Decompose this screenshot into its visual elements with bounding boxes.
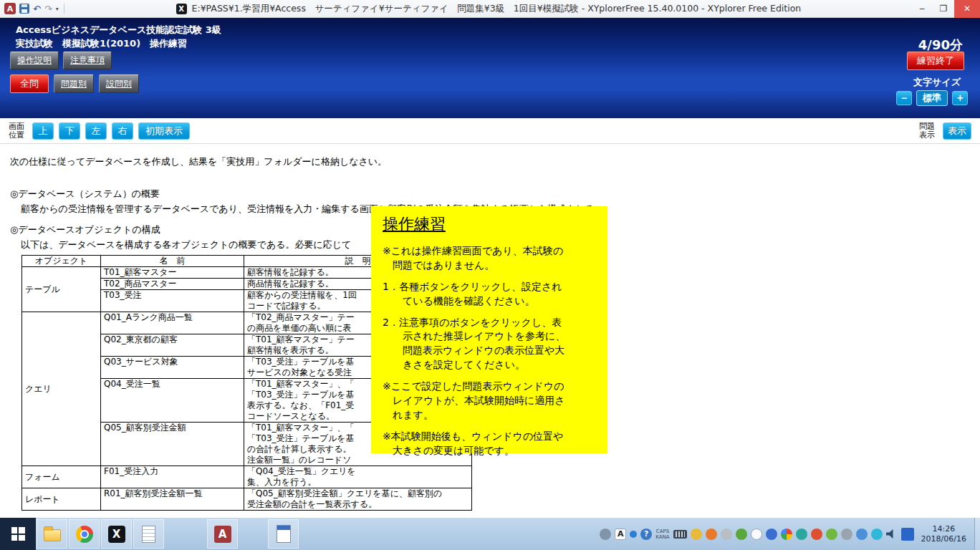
caps-kana-indicator[interactable]: CAPS KANA: [655, 529, 669, 540]
tray-icon-green2[interactable]: [826, 529, 837, 540]
note-text: ここで設定した問題表示ウィンドウのレイアウトが、本試験開始時に適用されます。: [391, 380, 565, 420]
tray-icon-white[interactable]: [751, 529, 762, 540]
redo-icon: ↷: [44, 4, 52, 14]
clock-date: 2018/06/16: [921, 534, 966, 544]
tray-icon-cyan[interactable]: [871, 529, 883, 540]
taskbar-notepad[interactable]: [133, 519, 164, 549]
taskbar-chrome[interactable]: [69, 519, 100, 549]
font-standard-button[interactable]: 標準: [916, 90, 948, 106]
system-tray: A ? CAPS KANA 14:26 20: [600, 518, 980, 550]
chrome-icon: [76, 526, 93, 543]
desc-cell: 「Q05_顧客別受注金額」クエリを基に、顧客別の 受注金額の合計を一覧表示する。: [244, 488, 472, 511]
tray-icon-red[interactable]: [811, 529, 822, 540]
header-button-row-2: 全問 問題別 設問別: [10, 74, 139, 93]
name-cell: T02_商品マスター: [101, 279, 244, 290]
notes-button[interactable]: 注意事項: [63, 52, 112, 69]
col-header-object: オブジェクト: [22, 256, 101, 267]
desktop-screen: A ↶ ↷ ▾ X E:¥PASS¥1.学習用¥Access サーティファイ¥サ…: [0, 0, 980, 550]
practice-notice-panel: 操作練習 ※これは操作練習画面であり、本試験の問題ではありません。 1．各種ボタ…: [371, 206, 607, 453]
tray-icon-blue[interactable]: [766, 529, 777, 540]
tray-icon-blue2[interactable]: [856, 529, 868, 540]
header-button-row-1: 操作説明 注意事項: [10, 52, 112, 69]
access-app-icon[interactable]: A: [4, 3, 16, 14]
by-question-button[interactable]: 問題別: [54, 74, 94, 93]
col-header-name: 名 前: [101, 256, 244, 267]
note-marker: ※: [383, 380, 391, 392]
exam-title: Accessビジネスデータベース技能認定試験 3級: [16, 24, 221, 37]
taskbar-document-app[interactable]: [268, 519, 299, 549]
chevron-down-icon[interactable]: ▾: [56, 6, 59, 12]
move-left-button[interactable]: 左: [85, 122, 107, 140]
save-icon[interactable]: [19, 4, 29, 14]
tray-icon-multicolor[interactable]: [781, 529, 792, 540]
close-button[interactable]: ✕: [954, 0, 980, 18]
note-text: 本試験開始後も、ウィンドウの位置や大きさの変更は可能です。: [391, 430, 564, 456]
name-cell: Q04_受注一覧: [101, 379, 244, 423]
window-controls: – ❐ ✕: [911, 0, 980, 18]
practice-note: ※ここで設定した問題表示ウィンドウのレイアウトが、本試験開始時に適用されます。: [383, 380, 568, 423]
status-dot-icon[interactable]: [630, 531, 637, 538]
font-size-controls: − 標準 ＋: [896, 90, 968, 106]
name-cell: T03_受注: [101, 290, 244, 312]
ime-language-icon[interactable]: [901, 528, 914, 541]
all-questions-button[interactable]: 全問: [10, 74, 49, 93]
keyboard-icon[interactable]: [673, 530, 687, 539]
step-marker: 2．: [383, 317, 399, 328]
tray-icon-green[interactable]: [736, 529, 747, 540]
kana-label: KANA: [655, 534, 669, 540]
maximize-button[interactable]: ❐: [933, 0, 954, 18]
tray-icon-teal[interactable]: [796, 529, 807, 540]
folder-icon: [44, 529, 61, 541]
taskbar-access[interactable]: A: [207, 519, 238, 549]
taskbar-clock[interactable]: 14:26 2018/06/16: [921, 524, 966, 544]
note-marker: ※: [383, 430, 391, 442]
tray-icon-gold[interactable]: [691, 529, 702, 540]
note-marker: ※: [383, 245, 391, 256]
help-icon[interactable]: ?: [640, 529, 652, 540]
end-practice-button[interactable]: 練習終了: [907, 52, 964, 70]
minimize-button[interactable]: –: [911, 0, 933, 18]
start-button[interactable]: [0, 518, 36, 550]
notepad-icon: [142, 526, 155, 543]
font-size-label: 文字サイズ: [913, 76, 961, 89]
undo-icon[interactable]: ↶: [33, 4, 41, 14]
cloud-icon[interactable]: [600, 529, 611, 540]
note-text: これは操作練習画面であり、本試験の問題ではありません。: [391, 245, 563, 271]
ime-mode-icon[interactable]: A: [615, 529, 626, 540]
practice-panel-title: 操作練習: [383, 213, 568, 235]
document-icon: [277, 525, 291, 543]
move-down-button[interactable]: 下: [59, 122, 80, 140]
tray-icon-silver[interactable]: [721, 529, 732, 540]
exam-header: Accessビジネスデータベース技能認定試験 3級 実技試験 模擬試験1(201…: [0, 18, 980, 118]
taskbar: X A A ? CAPS KANA: [0, 518, 980, 550]
clock-time: 14:26: [921, 524, 966, 534]
taskbar-file-explorer[interactable]: [37, 519, 67, 549]
step-text: 各種ボタンをクリックし、設定されている機能を確認ください。: [399, 281, 562, 307]
tray-icon-orange[interactable]: [706, 529, 717, 540]
initial-display-button[interactable]: 初期表示: [138, 122, 190, 140]
by-subquestion-button[interactable]: 設問別: [99, 74, 139, 93]
show-question-button[interactable]: 表示: [943, 122, 971, 140]
category-cell: テーブル: [22, 267, 101, 312]
step-text: 注意事項のボタンをクリックし、表示された推奨レイアウトを参考に、問題表示ウィンド…: [399, 317, 565, 371]
volume-icon[interactable]: [886, 529, 898, 539]
font-smaller-button[interactable]: −: [896, 91, 912, 105]
category-cell: クエリ: [22, 312, 101, 466]
tray-icon-gray[interactable]: [841, 529, 852, 540]
instruction-text: 次の仕様に従ってデータベースを作成し、結果を「実技用」フォルダーに格納しなさい。: [10, 155, 970, 168]
operation-help-button[interactable]: 操作説明: [10, 52, 59, 69]
name-cell: T01_顧客マスター: [101, 267, 244, 279]
toolbar-separator: [64, 4, 64, 14]
taskbar-xyplorer[interactable]: X: [101, 519, 132, 549]
practice-step: 1．各種ボタンをクリックし、設定されている機能を確認ください。: [383, 280, 568, 309]
name-cell: Q03_サービス対象: [101, 357, 244, 379]
name-cell: R01_顧客別受注金額一覧: [101, 488, 244, 511]
table-row: レポート R01_顧客別受注金額一覧 「Q05_顧客別受注金額」クエリを基に、顧…: [22, 488, 472, 511]
show-desktop-button[interactable]: [974, 518, 980, 550]
step-marker: 1．: [383, 281, 399, 292]
move-right-button[interactable]: 右: [112, 122, 133, 140]
xyplorer-icon: X: [176, 4, 187, 14]
name-cell: Q01_Aランク商品一覧: [101, 312, 244, 334]
font-larger-button[interactable]: ＋: [952, 91, 968, 105]
move-up-button[interactable]: 上: [32, 122, 54, 140]
